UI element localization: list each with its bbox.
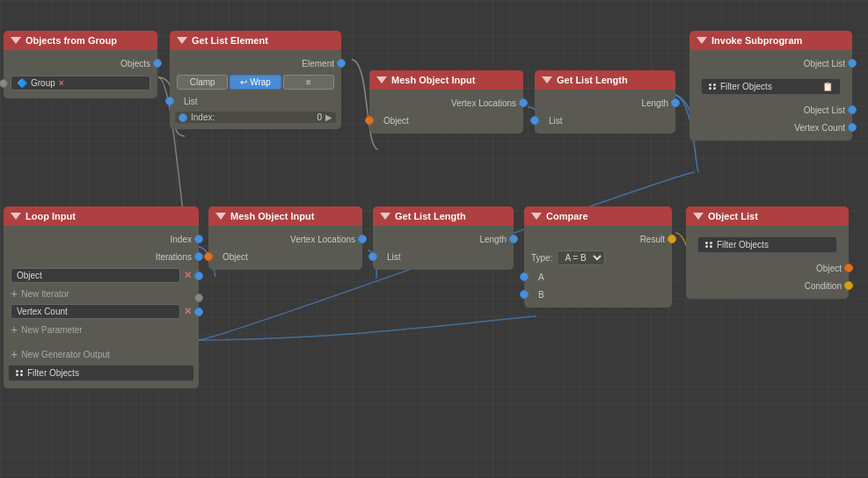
group-input-row: 🔷 Group × — [4, 72, 157, 94]
list-extra-button[interactable]: ≡ — [283, 75, 334, 90]
new-generator-row[interactable]: + New Generator Output — [4, 346, 199, 362]
new-parameter-socket — [194, 293, 203, 302]
a-input-label: A — [531, 272, 544, 282]
condition-output-label: Condition — [805, 281, 842, 291]
index-arrow-right[interactable]: ▶ — [325, 112, 332, 122]
index-output-row: Index — [4, 230, 199, 248]
result-output-row: Result — [524, 230, 672, 248]
element-output-row: Element — [170, 54, 341, 72]
group-icon: 🔷 — [17, 78, 27, 88]
get-list-length-top-node: Get List Length Length List — [535, 70, 675, 134]
length-output-label-bottom: Length — [479, 235, 507, 244]
condition-output-socket — [844, 281, 853, 290]
iterations-output-socket — [194, 252, 203, 261]
vertex-count-tag-socket — [194, 308, 203, 316]
node-collapse-icon-6[interactable] — [11, 213, 21, 220]
filter-objects-loop-btn[interactable]: Filter Objects — [8, 365, 194, 381]
node-collapse-icon-10[interactable] — [693, 213, 704, 220]
b-input-socket — [520, 290, 529, 299]
node-collapse-icon-4[interactable] — [542, 76, 552, 83]
compare-node: Compare Result Type: A = B A < B A > B A… — [524, 206, 672, 308]
node-collapse-icon-2[interactable] — [177, 37, 187, 44]
mesh-object-input-top-title: Mesh Object Input — [391, 75, 475, 85]
object-tag-row: Object ✕ — [4, 265, 199, 286]
filter-icon-loop — [16, 370, 24, 376]
type-select[interactable]: A = B A < B A > B — [557, 250, 605, 265]
new-generator-label: New Generator Output — [21, 350, 110, 359]
new-iterator-row[interactable]: + New Iterator — [4, 286, 199, 301]
object-list-node: Object List Filter Objects Object Condit… — [686, 206, 849, 299]
wrap-icon: ↩ — [240, 77, 247, 87]
a-input-row: A — [524, 268, 672, 286]
node-collapse-icon-9[interactable] — [531, 213, 542, 220]
wrap-button[interactable]: ↩ Wrap — [230, 75, 281, 90]
vertex-count-tag-remove[interactable]: ✕ — [184, 306, 192, 317]
invoke-subprogram-body: Object List Filter Objects 📋 Object List… — [689, 50, 852, 141]
filter-objects-loop-label: Filter Objects — [27, 368, 79, 378]
clamp-wrap-buttons: Clamp ↩ Wrap ≡ — [177, 75, 334, 90]
get-list-element-node: Get List Element Element Clamp ↩ Wrap ≡ … — [170, 31, 341, 129]
mesh-object-input-bottom-node: Mesh Object Input Vertex Locations Objec… — [208, 206, 362, 270]
get-list-length-top-body: Length List — [535, 90, 675, 134]
group-input-socket — [0, 79, 8, 88]
length-output-row-bottom: Length — [373, 230, 514, 248]
filter-objects-button-list[interactable]: Filter Objects — [697, 236, 837, 253]
object-tag: Object — [11, 268, 180, 283]
object-tag-socket — [194, 272, 203, 280]
iterations-output-label: Iterations — [156, 252, 192, 262]
filter-icon-list — [705, 242, 713, 248]
get-list-element-header: Get List Element — [170, 31, 341, 50]
filter-objects-label-list: Filter Objects — [717, 240, 769, 250]
get-list-length-bottom-header: Get List Length — [373, 206, 514, 226]
list-input-label-top: List — [542, 116, 563, 126]
object-list-bottom-output-row: Object List — [689, 101, 852, 119]
b-input-row: B — [524, 286, 672, 303]
wrap-label: Wrap — [250, 77, 271, 87]
node-collapse-icon-7[interactable] — [215, 213, 226, 220]
node-collapse-icon-3[interactable] — [376, 76, 387, 83]
node-collapse-icon-8[interactable] — [380, 213, 390, 220]
object-input-label-top: Object — [376, 116, 409, 126]
clamp-button[interactable]: Clamp — [177, 75, 228, 90]
vertex-locations-output-row: Vertex Locations — [369, 94, 523, 112]
object-list-bottom-label: Object List — [804, 105, 845, 115]
new-iterator-label: New Iterator — [21, 289, 69, 299]
compare-body: Result Type: A = B A < B A > B A B — [524, 226, 672, 308]
get-list-length-bottom-node: Get List Length Length List — [373, 206, 514, 270]
compare-header: Compare — [524, 206, 672, 226]
list-input-socket-top — [530, 116, 539, 125]
loop-input-title: Loop Input — [26, 211, 76, 221]
object-list-title: Object List — [708, 211, 758, 221]
vertex-locations-output-socket-bottom — [358, 235, 367, 243]
object-input-socket-bottom — [204, 252, 213, 261]
new-parameter-row[interactable]: + New Parameter — [4, 322, 199, 337]
filter-objects-label-invoke: Filter Objects — [720, 82, 772, 91]
loop-input-body: Index Iterations Object ✕ + New Iterator… — [4, 226, 199, 388]
group-tag-remove[interactable]: × — [59, 78, 64, 88]
iterations-output-row: Iterations — [4, 248, 199, 265]
list-input-socket-bottom — [368, 252, 377, 261]
objects-output-label: Objects — [120, 59, 150, 69]
objects-from-group-header: Objects from Group — [4, 31, 157, 50]
mesh-object-input-top-header: Mesh Object Input — [369, 70, 523, 90]
object-tag-remove[interactable]: ✕ — [184, 270, 192, 281]
length-output-row-top: Length — [535, 94, 675, 112]
index-label: Index: — [191, 112, 215, 122]
index-socket — [179, 113, 187, 122]
node-collapse-icon-5[interactable] — [697, 37, 707, 44]
object-tag-label: Object — [17, 271, 42, 280]
mesh-object-input-top-node: Mesh Object Input Vertex Locations Objec… — [369, 70, 523, 134]
result-output-socket — [667, 235, 676, 243]
plus-icon-iterator: + — [11, 287, 18, 300]
list-input-socket — [165, 97, 174, 105]
node-collapse-icon[interactable] — [11, 37, 21, 44]
object-output-row: Object — [686, 259, 849, 277]
filter-objects-button-invoke[interactable]: Filter Objects 📋 — [701, 78, 841, 95]
length-output-label-top: Length — [641, 98, 668, 108]
clamp-wrap-row: Clamp ↩ Wrap ≡ — [170, 72, 341, 92]
list-input-row: List — [170, 92, 341, 110]
objects-output-socket — [153, 59, 162, 68]
vertex-locations-output-label: Vertex Locations — [451, 98, 516, 108]
object-list-output-label: Object List — [804, 59, 845, 69]
vertex-count-tag-row: Vertex Count ✕ — [4, 301, 199, 322]
